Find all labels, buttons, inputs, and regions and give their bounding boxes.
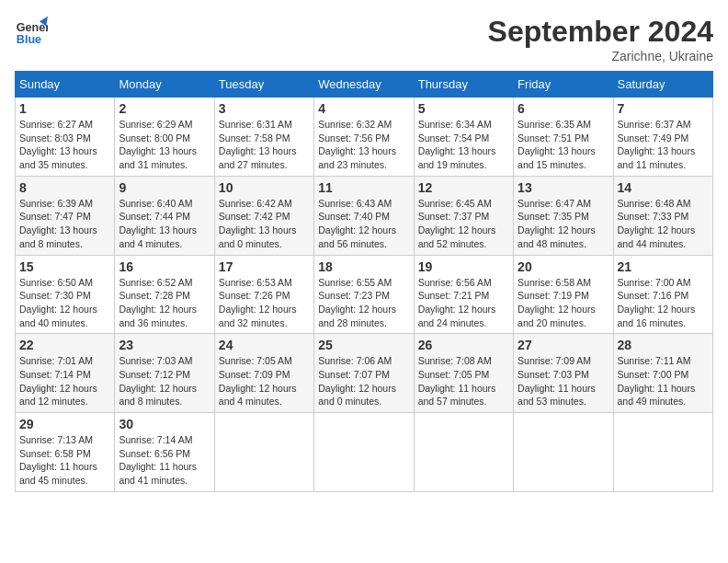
calendar-cell: 22 Sunrise: 7:01 AMSunset: 7:14 PMDaylig… [16,334,115,413]
weekday-header-row: SundayMondayTuesdayWednesdayThursdayFrid… [16,72,713,98]
calendar-cell: 15 Sunrise: 6:50 AMSunset: 7:30 PMDaylig… [16,255,115,334]
day-number: 4 [318,101,409,116]
day-number: 23 [119,338,210,352]
day-info: Sunrise: 6:39 AMSunset: 7:47 PMDaylight:… [19,197,110,251]
day-number: 2 [119,101,210,116]
day-info: Sunrise: 6:56 AMSunset: 7:21 PMDaylight:… [418,276,509,330]
calendar-cell: 29 Sunrise: 7:13 AMSunset: 6:58 PMDaylig… [16,413,115,492]
calendar-cell: 16 Sunrise: 6:52 AMSunset: 7:28 PMDaylig… [115,255,214,334]
day-number: 5 [418,101,509,116]
calendar-cell: 11 Sunrise: 6:43 AMSunset: 7:40 PMDaylig… [314,176,414,255]
day-number: 7 [618,101,709,116]
weekday-header: Saturday [613,72,712,98]
day-number: 10 [219,180,310,195]
weekday-header: Tuesday [214,72,313,98]
day-info: Sunrise: 6:35 AMSunset: 7:51 PMDaylight:… [518,118,609,172]
calendar-week-row: 22 Sunrise: 7:01 AMSunset: 7:14 PMDaylig… [16,334,713,413]
calendar-cell: 17 Sunrise: 6:53 AMSunset: 7:26 PMDaylig… [214,255,313,334]
day-info: Sunrise: 7:13 AMSunset: 6:58 PMDaylight:… [19,433,110,488]
title-area: September 2024 Zarichne, Ukraine [488,15,713,63]
day-number: 6 [518,101,609,116]
calendar-table: SundayMondayTuesdayWednesdayThursdayFrid… [15,71,713,492]
calendar-cell: 21 Sunrise: 7:00 AMSunset: 7:16 PMDaylig… [613,255,712,334]
calendar-cell: 3 Sunrise: 6:31 AMSunset: 7:58 PMDayligh… [214,98,313,177]
day-number: 11 [318,180,409,195]
day-number: 30 [119,417,210,431]
day-info: Sunrise: 7:05 AMSunset: 7:09 PMDaylight:… [219,354,310,408]
day-info: Sunrise: 7:08 AMSunset: 7:05 PMDaylight:… [418,354,509,408]
calendar-cell: 10 Sunrise: 6:42 AMSunset: 7:42 PMDaylig… [214,176,313,255]
day-number: 17 [219,259,310,274]
day-info: Sunrise: 6:43 AMSunset: 7:40 PMDaylight:… [318,197,409,251]
day-info: Sunrise: 6:37 AMSunset: 7:49 PMDaylight:… [618,118,709,172]
day-info: Sunrise: 6:55 AMSunset: 7:23 PMDaylight:… [318,276,409,330]
calendar-cell [214,413,313,492]
day-number: 19 [418,259,509,274]
calendar-cell: 26 Sunrise: 7:08 AMSunset: 7:05 PMDaylig… [414,334,513,413]
calendar-cell [613,413,712,492]
day-info: Sunrise: 6:31 AMSunset: 7:58 PMDaylight:… [219,118,310,172]
weekday-header: Monday [115,72,214,98]
day-info: Sunrise: 6:29 AMSunset: 8:00 PMDaylight:… [119,118,210,172]
weekday-header: Friday [514,72,613,98]
day-number: 18 [318,259,409,274]
calendar-cell: 25 Sunrise: 7:06 AMSunset: 7:07 PMDaylig… [314,334,414,413]
day-number: 25 [318,338,409,352]
calendar-cell: 4 Sunrise: 6:32 AMSunset: 7:56 PMDayligh… [314,98,414,177]
day-info: Sunrise: 7:09 AMSunset: 7:03 PMDaylight:… [518,354,609,408]
calendar-cell [514,413,613,492]
calendar-cell: 12 Sunrise: 6:45 AMSunset: 7:37 PMDaylig… [414,176,513,255]
calendar-cell: 24 Sunrise: 7:05 AMSunset: 7:09 PMDaylig… [214,334,313,413]
day-info: Sunrise: 7:14 AMSunset: 6:56 PMDaylight:… [119,433,210,488]
day-info: Sunrise: 6:48 AMSunset: 7:33 PMDaylight:… [618,197,709,251]
calendar-cell: 28 Sunrise: 7:11 AMSunset: 7:00 PMDaylig… [613,334,712,413]
calendar-cell: 23 Sunrise: 7:03 AMSunset: 7:12 PMDaylig… [115,334,214,413]
day-info: Sunrise: 6:45 AMSunset: 7:37 PMDaylight:… [418,197,509,251]
day-info: Sunrise: 6:50 AMSunset: 7:30 PMDaylight:… [19,276,110,330]
day-number: 3 [219,101,310,116]
logo-icon: General Blue [15,15,48,48]
weekday-header: Sunday [16,72,115,98]
calendar-cell: 19 Sunrise: 6:56 AMSunset: 7:21 PMDaylig… [414,255,513,334]
day-info: Sunrise: 6:42 AMSunset: 7:42 PMDaylight:… [219,197,310,251]
day-number: 13 [518,180,609,195]
day-info: Sunrise: 6:53 AMSunset: 7:26 PMDaylight:… [219,276,310,330]
day-number: 14 [618,180,709,195]
day-info: Sunrise: 7:06 AMSunset: 7:07 PMDaylight:… [318,354,409,408]
location-subtitle: Zarichne, Ukraine [488,49,713,63]
day-number: 15 [19,259,110,274]
day-number: 21 [618,259,709,274]
calendar-cell: 14 Sunrise: 6:48 AMSunset: 7:33 PMDaylig… [613,176,712,255]
calendar-week-row: 8 Sunrise: 6:39 AMSunset: 7:47 PMDayligh… [16,176,713,255]
calendar-cell: 7 Sunrise: 6:37 AMSunset: 7:49 PMDayligh… [613,98,712,177]
day-info: Sunrise: 7:01 AMSunset: 7:14 PMDaylight:… [19,354,110,408]
day-info: Sunrise: 6:58 AMSunset: 7:19 PMDaylight:… [518,276,609,330]
day-info: Sunrise: 6:52 AMSunset: 7:28 PMDaylight:… [119,276,210,330]
day-info: Sunrise: 7:03 AMSunset: 7:12 PMDaylight:… [119,354,210,408]
calendar-cell: 27 Sunrise: 7:09 AMSunset: 7:03 PMDaylig… [514,334,613,413]
calendar-cell: 2 Sunrise: 6:29 AMSunset: 8:00 PMDayligh… [115,98,214,177]
calendar-cell: 13 Sunrise: 6:47 AMSunset: 7:35 PMDaylig… [514,176,613,255]
calendar-cell: 18 Sunrise: 6:55 AMSunset: 7:23 PMDaylig… [314,255,414,334]
day-info: Sunrise: 7:11 AMSunset: 7:00 PMDaylight:… [618,354,709,408]
day-info: Sunrise: 6:34 AMSunset: 7:54 PMDaylight:… [418,118,509,172]
day-info: Sunrise: 6:47 AMSunset: 7:35 PMDaylight:… [518,197,609,251]
day-info: Sunrise: 6:32 AMSunset: 7:56 PMDaylight:… [318,118,409,172]
calendar-cell [314,413,414,492]
page-header: General Blue September 2024 Zarichne, Uk… [15,15,713,63]
calendar-cell: 6 Sunrise: 6:35 AMSunset: 7:51 PMDayligh… [514,98,613,177]
weekday-header: Wednesday [314,72,414,98]
day-number: 12 [418,180,509,195]
svg-text:Blue: Blue [17,33,41,46]
calendar-cell: 1 Sunrise: 6:27 AMSunset: 8:03 PMDayligh… [16,98,115,177]
day-number: 24 [219,338,310,352]
weekday-header: Thursday [414,72,513,98]
calendar-cell: 9 Sunrise: 6:40 AMSunset: 7:44 PMDayligh… [115,176,214,255]
day-number: 8 [19,180,110,195]
day-number: 20 [518,259,609,274]
calendar-week-row: 15 Sunrise: 6:50 AMSunset: 7:30 PMDaylig… [16,255,713,334]
day-number: 22 [19,338,110,352]
day-number: 1 [19,101,110,116]
calendar-cell: 30 Sunrise: 7:14 AMSunset: 6:56 PMDaylig… [115,413,214,492]
calendar-cell [414,413,513,492]
